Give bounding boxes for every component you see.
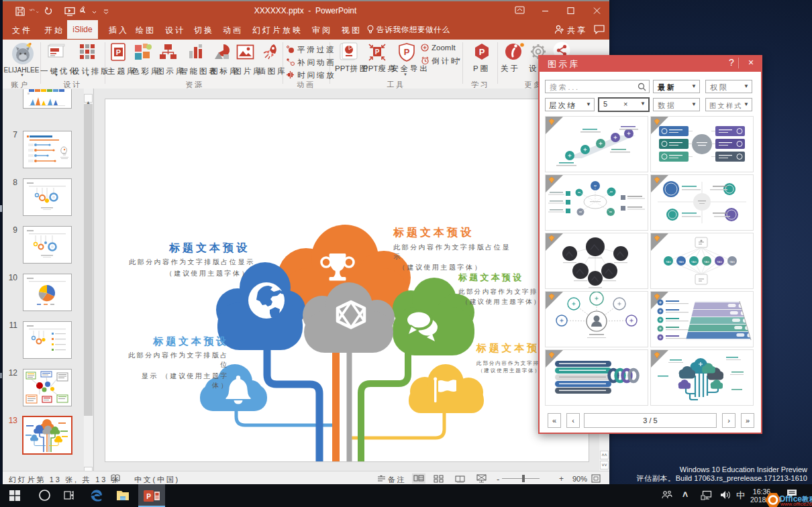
svg-text:TAG: TAG: [691, 260, 697, 264]
svg-text:TAG: TAG: [678, 260, 684, 264]
svg-text:P: P: [479, 47, 485, 57]
svg-text:1: 1: [613, 374, 615, 378]
svg-text:4: 4: [633, 374, 635, 378]
svg-text:P: P: [116, 48, 121, 56]
svg-text:TAG: TAG: [666, 260, 671, 264]
svg-text:P: P: [146, 493, 151, 500]
svg-text:TAG: TAG: [717, 260, 722, 264]
svg-text:TAG: TAG: [704, 260, 709, 264]
svg-text:W: W: [28, 93, 30, 95]
svg-text:3: 3: [626, 374, 628, 378]
svg-text:2: 2: [619, 374, 621, 378]
svg-text:P: P: [375, 48, 380, 56]
svg-text:TAG: TAG: [729, 260, 735, 264]
svg-text:P: P: [404, 47, 410, 57]
